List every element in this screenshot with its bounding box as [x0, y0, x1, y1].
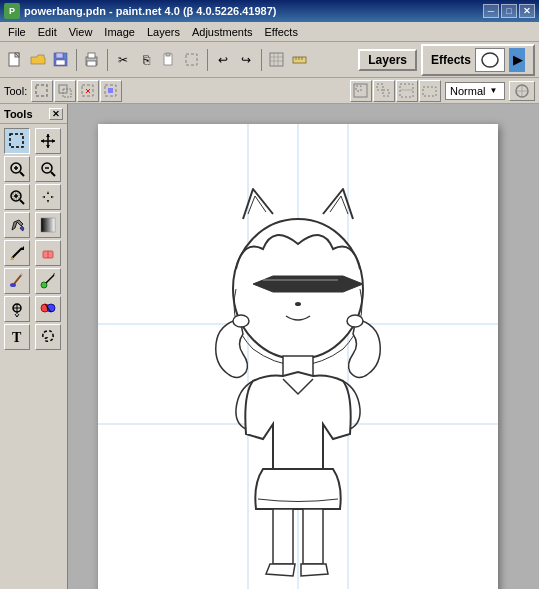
circle-icon [513, 82, 531, 100]
clone-stamp-tool[interactable] [4, 296, 30, 322]
open-button[interactable] [27, 49, 49, 71]
copy-button[interactable]: ⎘ [135, 49, 157, 71]
paste-icon [161, 52, 177, 68]
svg-point-89 [347, 315, 363, 327]
menu-view[interactable]: View [63, 24, 99, 40]
menu-adjustments[interactable]: Adjustments [186, 24, 259, 40]
paintbrush-tool[interactable] [4, 268, 30, 294]
paint-bucket-tool[interactable] [4, 212, 30, 238]
window-title: powerbang.pdn - paint.net 4.0 (β 4.0.522… [24, 5, 483, 17]
svg-rect-22 [36, 85, 47, 96]
blend-btn-3[interactable] [396, 80, 418, 102]
history-toolbar-group: ↩ ↪ [212, 49, 257, 71]
svg-rect-40 [10, 134, 23, 147]
blend-btn-2[interactable] [373, 80, 395, 102]
effects-arrow-btn[interactable]: ▶ [509, 48, 525, 72]
mode-btn-2[interactable] [54, 80, 76, 102]
blend-btn-4[interactable] [419, 80, 441, 102]
grid-button[interactable] [266, 49, 288, 71]
title-bar: P powerbang.pdn - paint.net 4.0 (β 4.0.5… [0, 0, 539, 22]
ruler-button[interactable] [289, 49, 311, 71]
blend-btn-1[interactable] [350, 80, 372, 102]
rectangle-select-tool[interactable] [4, 128, 30, 154]
svg-marker-43 [46, 134, 50, 137]
toolbar-sep-3 [207, 49, 208, 71]
svg-rect-8 [87, 61, 96, 66]
effects-panel-btn[interactable]: Effects ▶ [421, 44, 535, 76]
svg-rect-33 [383, 90, 389, 96]
print-icon [84, 52, 100, 68]
eraser-tool[interactable] [35, 240, 61, 266]
tools-close-button[interactable]: ✕ [49, 108, 63, 120]
mode-btn-1[interactable] [31, 80, 53, 102]
svg-line-55 [20, 200, 24, 204]
color-replace-tool[interactable] [35, 296, 61, 322]
menu-image[interactable]: Image [98, 24, 141, 40]
svg-text:T: T [12, 330, 22, 345]
main-area: Tools ✕ [0, 104, 539, 589]
blend-mode-dropdown[interactable]: Normal [445, 82, 505, 100]
svg-point-84 [295, 302, 301, 306]
blend-mode-label: Normal [450, 85, 485, 97]
pan-tool[interactable] [35, 184, 61, 210]
deselect-button[interactable] [181, 49, 203, 71]
svg-line-69 [46, 275, 54, 283]
mode-btn-4[interactable] [100, 80, 122, 102]
save-button[interactable] [50, 49, 72, 71]
edit-toolbar-group: ✂ ⎘ [112, 49, 203, 71]
file-toolbar-group [4, 49, 72, 71]
layers-panel-btn[interactable]: Layers [358, 49, 417, 71]
save-icon [53, 52, 69, 68]
tools-panel: Tools ✕ [0, 104, 68, 589]
zoom-tool[interactable] [4, 156, 30, 182]
app-icon: P [4, 3, 20, 19]
paste-button[interactable] [158, 49, 180, 71]
menu-file[interactable]: File [2, 24, 32, 40]
tools-title: Tools [4, 108, 33, 120]
menu-layers[interactable]: Layers [141, 24, 186, 40]
pencil-tool[interactable] [4, 240, 30, 266]
cut-button[interactable]: ✂ [112, 49, 134, 71]
tool-label: Tool: [4, 85, 27, 97]
selection-mode-group [31, 80, 122, 102]
ruler-icon [292, 52, 308, 68]
svg-marker-46 [52, 139, 55, 143]
gradient-tool[interactable] [35, 212, 61, 238]
toolbar-sep-4 [261, 49, 262, 71]
svg-line-65 [14, 274, 22, 284]
maximize-button[interactable]: □ [501, 4, 517, 18]
new-button[interactable] [4, 49, 26, 71]
layers-label: Layers [368, 53, 407, 67]
undo-button[interactable]: ↩ [212, 49, 234, 71]
lasso-tool[interactable] [35, 324, 61, 350]
canvas-area[interactable] [68, 104, 539, 589]
menu-edit[interactable]: Edit [32, 24, 63, 40]
options-bar: Tool: Normal [0, 78, 539, 104]
circle-tool-btn[interactable] [509, 81, 535, 101]
color-picker-tool[interactable] [35, 268, 61, 294]
open-icon [30, 52, 46, 68]
zoom-fit-tool[interactable] [4, 184, 30, 210]
menu-effects[interactable]: Effects [259, 24, 304, 40]
svg-marker-45 [41, 139, 44, 143]
menu-bar: File Edit View Image Layers Adjustments … [0, 22, 539, 42]
svg-rect-29 [108, 88, 113, 93]
svg-marker-44 [46, 145, 50, 148]
move-tool[interactable] [35, 128, 61, 154]
text-tool[interactable]: T [4, 324, 30, 350]
mode-btn-3[interactable] [77, 80, 99, 102]
svg-rect-10 [166, 53, 170, 56]
toolbar-sep-1 [76, 49, 77, 71]
minimize-button[interactable]: ─ [483, 4, 499, 18]
close-button[interactable]: ✕ [519, 4, 535, 18]
canvas[interactable] [98, 124, 498, 589]
print-button[interactable] [81, 49, 103, 71]
layer-thumbnail [475, 48, 505, 72]
redo-button[interactable]: ↪ [235, 49, 257, 71]
svg-rect-4 [56, 53, 63, 58]
zoom-out-tool[interactable] [35, 156, 61, 182]
window-controls: ─ □ ✕ [483, 4, 535, 18]
effects-label: Effects [431, 53, 471, 67]
svg-rect-36 [423, 87, 436, 96]
svg-rect-5 [56, 60, 65, 65]
